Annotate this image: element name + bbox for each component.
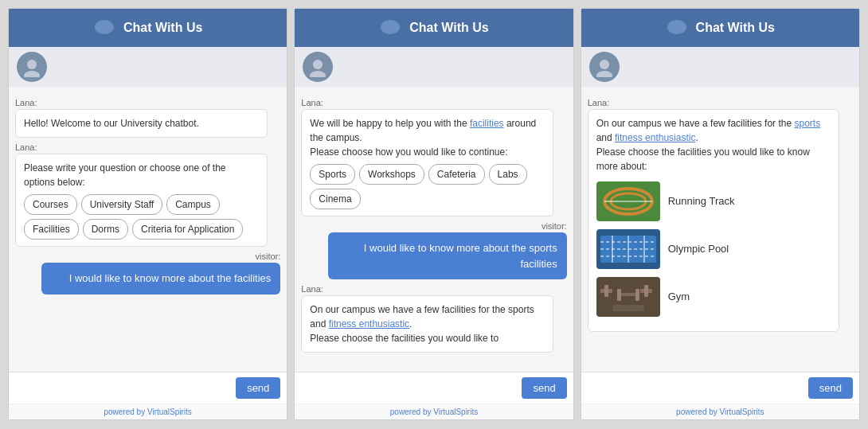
- gym-label: Gym: [668, 289, 690, 305]
- lana-label-2a: Lana:: [301, 98, 566, 107]
- visitor-label-2: visitor:: [301, 221, 566, 231]
- olympic-pool-label: Olympic Pool: [668, 241, 729, 257]
- facility-olympic-pool[interactable]: Olympic Pool: [596, 229, 831, 269]
- msg-bubble-3: On our campus we have a few facilities f…: [588, 109, 840, 332]
- chip-cafeteria[interactable]: Cafeteria: [428, 164, 485, 185]
- header-title-3: Chat With Us: [696, 21, 775, 35]
- chat-messages-2: Lana: We will be happy to help you with …: [295, 87, 573, 372]
- chip-facilities[interactable]: Facilities: [24, 219, 79, 240]
- svg-rect-28: [617, 289, 621, 301]
- msg-bubble-1a: Hello! Welcome to our University chatbot…: [15, 109, 268, 138]
- avatar-3: [589, 52, 620, 82]
- chat-messages-3: Lana: On our campus we have a few facili…: [581, 87, 859, 372]
- lana-label-3: Lana:: [588, 98, 853, 107]
- send-button-2[interactable]: send: [522, 377, 566, 399]
- chat-footer-2: powered by VirtualSpirits: [295, 404, 573, 419]
- msg-bubble-2b: On our campus we have a few facilities f…: [301, 295, 553, 353]
- chat-window-2: Chat With Us Lana: We will be happy to h…: [294, 8, 573, 420]
- svg-rect-27: [620, 293, 636, 296]
- facility-gym[interactable]: Gym: [596, 277, 831, 317]
- header-title-2: Chat With Us: [409, 21, 488, 35]
- chip-courses[interactable]: Courses: [24, 194, 77, 215]
- visitor-label-1: visitor:: [15, 252, 280, 261]
- chip-labs[interactable]: Labs: [489, 164, 527, 185]
- chat-footer-1: powered by VirtualSpirits: [9, 404, 287, 419]
- lana-label-2b: Lana:: [301, 284, 566, 294]
- svg-rect-26: [604, 285, 608, 297]
- chat-input-area-3: send: [581, 372, 859, 404]
- visitor-msg-2: I would like to know more about the spor…: [328, 232, 567, 279]
- send-button-3[interactable]: send: [808, 377, 853, 399]
- chip-university-staff[interactable]: University Staff: [81, 194, 162, 215]
- chip-criteria[interactable]: Criteria for Application: [132, 219, 243, 240]
- visitor-msg-1: I would like to know more about the faci…: [41, 263, 280, 294]
- svg-point-2: [27, 60, 37, 69]
- running-track-label: Running Track: [668, 193, 735, 209]
- svg-point-6: [313, 60, 323, 69]
- svg-rect-29: [635, 289, 639, 301]
- chat-header-area-1: [9, 47, 287, 87]
- svg-point-4: [381, 20, 400, 34]
- chat-icon-3: [666, 17, 688, 39]
- chat-header-2: Chat With Us: [295, 9, 573, 47]
- avatar-2: [303, 52, 333, 82]
- svg-rect-31: [644, 285, 648, 297]
- facility-list: Running Track: [596, 181, 831, 317]
- chat-input-2[interactable]: [301, 382, 522, 394]
- svg-point-10: [600, 60, 609, 69]
- lana-label-1b: Lana:: [15, 142, 280, 152]
- chat-window-3: Chat With Us Lana: On our campus we have…: [581, 8, 860, 420]
- chat-input-3[interactable]: [588, 382, 808, 394]
- svg-point-0: [95, 20, 114, 34]
- chip-sports[interactable]: Sports: [310, 164, 355, 185]
- svg-point-3: [24, 71, 40, 77]
- chip-dorms[interactable]: Dorms: [83, 219, 128, 240]
- chip-cinema[interactable]: Cinema: [310, 189, 360, 209]
- avatar-1: [17, 52, 47, 82]
- chat-header-1: Chat With Us: [9, 9, 287, 47]
- svg-rect-32: [612, 305, 644, 311]
- lana-label-1a: Lana:: [15, 98, 280, 107]
- chip-container-1: Courses University Staff Campus Faciliti…: [24, 194, 259, 240]
- chip-container-2: Sports Workshops Cafeteria Labs Cinema: [310, 164, 545, 209]
- chip-campus[interactable]: Campus: [166, 194, 220, 215]
- chat-icon-2: [379, 17, 401, 39]
- gym-img: [596, 277, 660, 317]
- chip-workshops[interactable]: Workshops: [359, 164, 424, 185]
- chat-header-area-3: [581, 47, 859, 87]
- msg-bubble-1b: Please write your question or choose one…: [15, 154, 268, 247]
- send-button-1[interactable]: send: [236, 377, 280, 399]
- svg-point-8: [667, 20, 686, 34]
- msg-bubble-2a: We will be happy to help you with the fa…: [301, 109, 553, 216]
- chat-input-area-1: send: [9, 372, 287, 404]
- chat-input-1[interactable]: [15, 382, 236, 394]
- chat-window-1: Chat With Us Lana: Hello! Welcome to our…: [8, 8, 287, 420]
- facility-running-track[interactable]: Running Track: [596, 181, 831, 221]
- svg-point-11: [596, 71, 612, 77]
- svg-point-7: [310, 71, 326, 77]
- chat-header-3: Chat With Us: [581, 9, 859, 47]
- chat-input-area-2: send: [295, 372, 573, 404]
- olympic-pool-img: [596, 229, 660, 269]
- chat-header-area-2: [295, 47, 573, 87]
- chat-icon-1: [93, 17, 115, 39]
- header-title-1: Chat With Us: [123, 21, 202, 35]
- chat-footer-3: powered by VirtualSpirits: [581, 404, 859, 419]
- running-track-img: [596, 181, 660, 221]
- chat-messages-1: Lana: Hello! Welcome to our University c…: [9, 87, 287, 372]
